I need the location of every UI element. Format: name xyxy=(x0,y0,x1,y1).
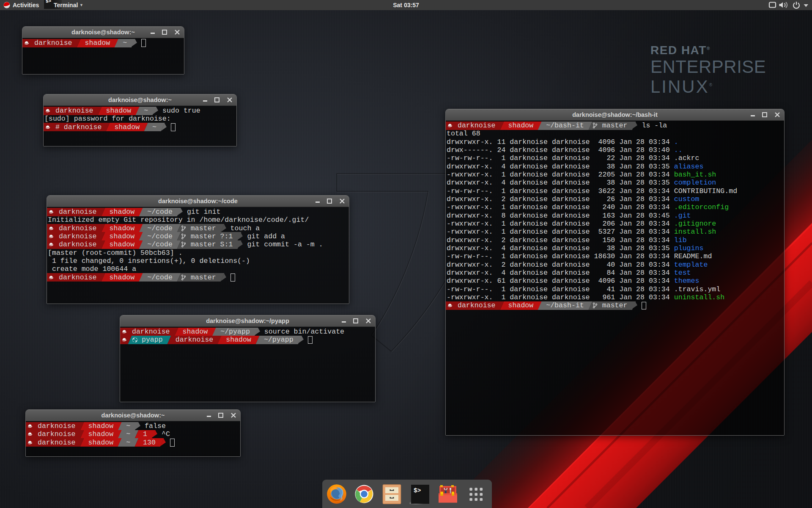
svg-text:$>: $> xyxy=(414,487,421,494)
